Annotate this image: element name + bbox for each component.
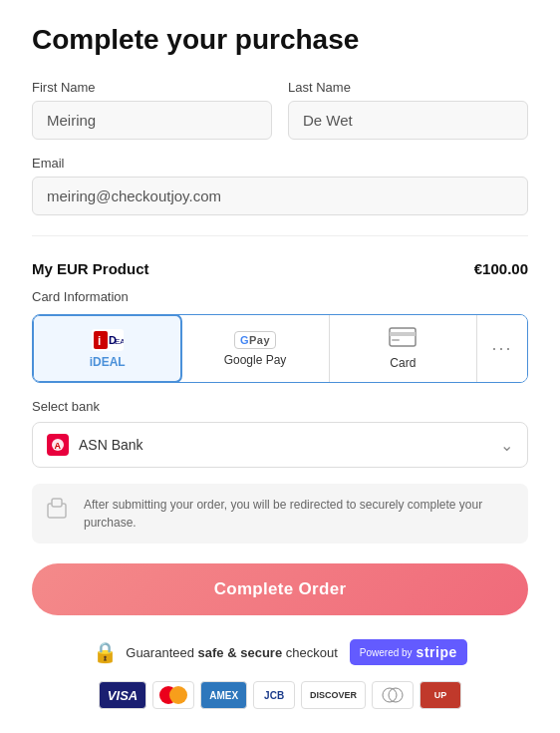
- chevron-down-icon: ⌄: [500, 436, 513, 455]
- page-title: Complete your purchase: [32, 24, 528, 56]
- payment-option-ideal[interactable]: i D EAL iDEAL: [32, 314, 182, 383]
- more-icon: ···: [491, 338, 512, 359]
- stripe-badge: Powered by stripe: [350, 639, 467, 665]
- security-row: 🔒 Guaranteed safe & secure checkout Powe…: [32, 639, 528, 665]
- svg-text:A: A: [55, 441, 62, 451]
- svg-point-13: [389, 688, 403, 702]
- first-name-label: First Name: [32, 80, 272, 95]
- svg-text:EAL: EAL: [115, 337, 124, 346]
- unionpay-card-icon: UP: [420, 681, 461, 709]
- security-text: Guaranteed safe & secure checkout: [126, 645, 338, 660]
- svg-point-12: [383, 688, 397, 702]
- product-row: My EUR Product €100.00: [32, 256, 528, 277]
- card-info-label: Card Information: [32, 289, 528, 304]
- email-group: Email: [32, 156, 528, 215]
- last-name-label: Last Name: [288, 80, 528, 95]
- payment-options: i D EAL iDEAL GPay Google Pay Card ···: [32, 314, 528, 383]
- payment-option-more[interactable]: ···: [477, 315, 527, 382]
- diners-card-icon: [372, 681, 414, 709]
- stripe-label: stripe: [417, 644, 457, 660]
- bank-left: A ASN Bank: [47, 434, 143, 456]
- payment-option-card[interactable]: Card: [330, 315, 477, 382]
- googlepay-label: Google Pay: [224, 353, 287, 367]
- bank-select[interactable]: A ASN Bank ⌄: [32, 422, 528, 468]
- ideal-icon: i D EAL: [92, 329, 124, 351]
- name-row: First Name Last Name: [32, 80, 528, 140]
- redirect-text: After submitting your order, you will be…: [84, 496, 514, 532]
- bank-icon: A: [47, 434, 69, 456]
- svg-rect-5: [390, 328, 416, 346]
- bank-name: ASN Bank: [79, 437, 143, 453]
- redirect-notice: After submitting your order, you will be…: [32, 484, 528, 544]
- card-icon: [389, 327, 417, 352]
- payment-option-googlepay[interactable]: GPay Google Pay: [181, 315, 329, 382]
- product-name: My EUR Product: [32, 260, 149, 277]
- email-input[interactable]: [32, 177, 528, 215]
- svg-rect-6: [390, 332, 416, 336]
- last-name-input[interactable]: [288, 101, 528, 140]
- amex-card-icon: AMEX: [200, 681, 247, 709]
- mastercard-icon: [152, 681, 194, 709]
- redirect-icon: [46, 496, 74, 524]
- svg-text:i: i: [98, 334, 101, 348]
- card-label: Card: [390, 356, 416, 370]
- bank-select-wrapper: A ASN Bank ⌄: [32, 422, 528, 468]
- product-price: €100.00: [474, 260, 528, 277]
- svg-rect-7: [392, 339, 400, 341]
- visa-card-icon: VISA: [99, 681, 146, 709]
- last-name-group: Last Name: [288, 80, 528, 140]
- lock-icon: 🔒: [93, 640, 118, 664]
- svg-rect-11: [52, 499, 62, 507]
- jcb-card-icon: JCB: [253, 681, 295, 709]
- ideal-label: iDEAL: [90, 355, 126, 369]
- select-bank-label: Select bank: [32, 399, 528, 414]
- complete-order-button[interactable]: Complete Order: [32, 563, 528, 615]
- discover-card-icon: DISCOVER: [301, 681, 366, 709]
- gpay-badge: GPay: [234, 331, 276, 349]
- cards-row: VISA AMEX JCB DISCOVER UP: [32, 681, 528, 709]
- first-name-input[interactable]: [32, 101, 272, 140]
- email-label: Email: [32, 156, 528, 171]
- security-left: 🔒 Guaranteed safe & secure checkout: [93, 640, 338, 664]
- first-name-group: First Name: [32, 80, 272, 140]
- divider-1: [32, 235, 528, 236]
- powered-by-text: Powered by: [360, 647, 413, 658]
